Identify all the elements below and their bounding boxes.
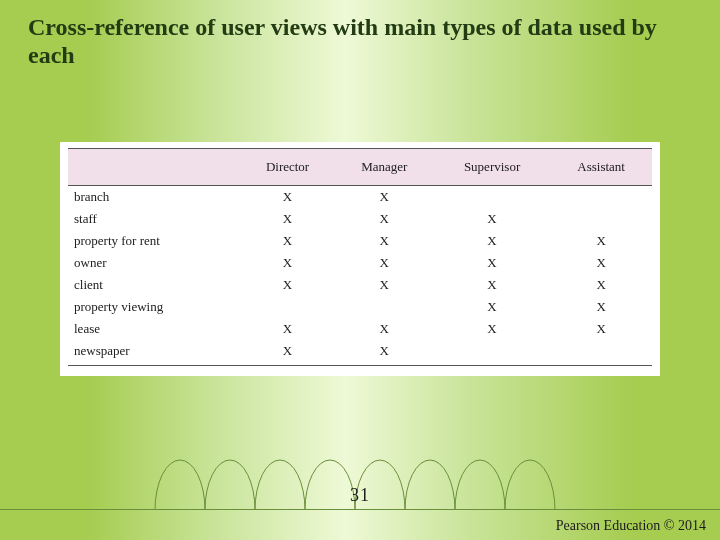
table-header-row: Director Manager Supervisor Assistant (68, 149, 652, 186)
decorative-baseline (0, 509, 720, 510)
cell: X (240, 208, 334, 230)
table-row: client X X X X (68, 274, 652, 296)
cell: X (550, 296, 652, 318)
cell: X (550, 318, 652, 340)
data-table: Director Manager Supervisor Assistant br… (68, 148, 652, 366)
slide-title: Cross-reference of user views with main … (28, 14, 690, 69)
cell: X (335, 340, 434, 366)
table-row: lease X X X X (68, 318, 652, 340)
header-blank (68, 149, 240, 186)
header-col: Manager (335, 149, 434, 186)
cell: X (550, 252, 652, 274)
cell: X (335, 230, 434, 252)
row-label: newspaper (68, 340, 240, 366)
cell: X (434, 252, 550, 274)
table-row: branch X X (68, 186, 652, 209)
table-row: newspaper X X (68, 340, 652, 366)
cell (550, 186, 652, 209)
cell: X (434, 230, 550, 252)
cell: X (335, 318, 434, 340)
cell: X (550, 230, 652, 252)
cell (335, 296, 434, 318)
row-label: lease (68, 318, 240, 340)
cell: X (434, 296, 550, 318)
cell: X (335, 186, 434, 209)
copyright-text: Pearson Education © 2014 (556, 518, 706, 534)
cell: X (434, 318, 550, 340)
table-row: property for rent X X X X (68, 230, 652, 252)
row-label: property for rent (68, 230, 240, 252)
cell: X (240, 274, 334, 296)
cell (550, 340, 652, 366)
cell: X (335, 252, 434, 274)
cell: X (335, 208, 434, 230)
cell: X (240, 230, 334, 252)
row-label: property viewing (68, 296, 240, 318)
row-label: branch (68, 186, 240, 209)
cell: X (434, 274, 550, 296)
row-label: staff (68, 208, 240, 230)
cross-reference-table: Director Manager Supervisor Assistant br… (60, 142, 660, 376)
page-number: 31 (0, 485, 720, 506)
cell: X (335, 274, 434, 296)
cell (550, 208, 652, 230)
slide: Cross-reference of user views with main … (0, 0, 720, 540)
cell (434, 186, 550, 209)
cell: X (240, 252, 334, 274)
table-row: property viewing X X (68, 296, 652, 318)
cell (240, 296, 334, 318)
header-col: Director (240, 149, 334, 186)
cell (434, 340, 550, 366)
cell: X (240, 340, 334, 366)
cell: X (434, 208, 550, 230)
cell: X (550, 274, 652, 296)
row-label: owner (68, 252, 240, 274)
cell: X (240, 318, 334, 340)
table-row: staff X X X (68, 208, 652, 230)
cell: X (240, 186, 334, 209)
header-col: Supervisor (434, 149, 550, 186)
table-row: owner X X X X (68, 252, 652, 274)
header-col: Assistant (550, 149, 652, 186)
row-label: client (68, 274, 240, 296)
